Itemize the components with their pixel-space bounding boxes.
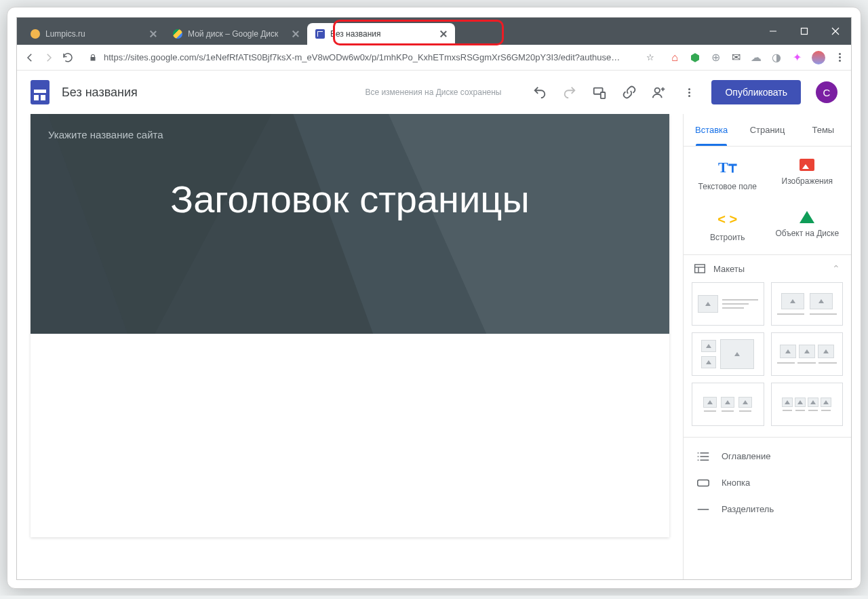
layout-option-6[interactable] [771, 383, 844, 426]
favicon-sites [315, 29, 325, 39]
toc-icon [697, 452, 709, 461]
button-icon [697, 478, 709, 488]
browser-tab-drive[interactable]: Мой диск – Google Диск [165, 23, 307, 45]
sites-logo-icon[interactable] [31, 80, 50, 104]
canvas-area: Укажите название сайта Заголовок страниц… [17, 114, 683, 579]
insert-label: Объект на Диске [775, 229, 839, 238]
tab-insert[interactable]: Вставка [684, 114, 739, 146]
close-icon[interactable] [440, 31, 447, 37]
tab-pages[interactable]: Страниц [739, 114, 795, 146]
tab-themes[interactable]: Темы [795, 114, 851, 146]
layouts-icon [694, 264, 705, 273]
layouts-label: Макеты [713, 264, 745, 274]
address-bar[interactable]: https://sites.google.com/s/1eNefRfATtS0B… [81, 48, 663, 67]
insert-label: Текстовое поле [698, 182, 757, 191]
divider-icon [697, 505, 709, 514]
extension-icon[interactable] [690, 52, 701, 63]
layout-option-2[interactable] [771, 282, 844, 326]
drive-icon [800, 211, 814, 223]
insert-drive[interactable]: Объект на Диске [768, 211, 848, 242]
link-button[interactable] [622, 85, 637, 100]
nav-reload-button[interactable] [62, 52, 74, 64]
preview-button[interactable] [592, 85, 607, 100]
window-close-button[interactable] [820, 18, 851, 45]
close-icon[interactable] [150, 31, 157, 37]
insert-label: Встроить [710, 233, 745, 242]
layout-option-4[interactable] [771, 332, 844, 376]
window-minimize-button[interactable] [757, 18, 789, 45]
site-canvas[interactable]: Укажите название сайта Заголовок страниц… [31, 114, 669, 537]
site-title-input[interactable]: Без названия [62, 85, 138, 100]
browser-tabstrip: Lumpics.ru Мой диск – Google Диск Без на… [17, 18, 851, 45]
extension-icon[interactable]: ✦ [791, 52, 802, 63]
extension-icon[interactable]: ✉ [730, 52, 741, 63]
textbox-icon: Tᴛ [718, 159, 737, 176]
star-icon[interactable]: ☆ [646, 52, 654, 62]
sidebar: Вставка Страниц Темы Tᴛ Текстовое поле И… [683, 114, 851, 579]
layout-option-3[interactable] [692, 332, 764, 376]
browser-toolbar: https://sites.google.com/s/1eNefRfATtS0B… [17, 45, 851, 71]
insert-images[interactable]: Изображения [768, 159, 848, 192]
insert-label: Изображения [782, 176, 833, 186]
insert-textbox[interactable]: Tᴛ Текстовое поле [688, 159, 768, 192]
browser-profile-avatar[interactable] [812, 51, 825, 64]
nav-back-button[interactable] [24, 52, 36, 64]
page-title-text[interactable]: Заголовок страницы [31, 176, 669, 223]
page-header-section[interactable]: Укажите название сайта Заголовок страниц… [31, 114, 669, 334]
insert-button[interactable]: Кнопка [684, 469, 851, 496]
tab-label: Lumpics.ru [45, 29, 85, 39]
browser-tab-sites[interactable]: Без названия [307, 23, 455, 45]
layout-option-1[interactable] [692, 282, 764, 326]
app-header: Без названия Все изменения на Диске сохр… [17, 71, 851, 114]
svg-point-6 [655, 88, 660, 93]
publish-button[interactable]: Опубликовать [711, 80, 801, 104]
more-label: Оглавление [722, 451, 770, 461]
embed-icon: < > [717, 211, 737, 227]
extension-icon[interactable]: ⌂ [669, 52, 680, 63]
svg-rect-5 [601, 92, 605, 98]
browser-menu-button[interactable] [835, 53, 844, 62]
tab-label: Мой диск – Google Диск [188, 29, 278, 39]
svg-rect-16 [698, 480, 709, 486]
insert-divider[interactable]: Разделитель [684, 496, 851, 522]
layouts-header[interactable]: Макеты ⌃ [684, 255, 851, 282]
nav-forward-button[interactable] [43, 52, 55, 64]
collapse-icon[interactable]: ⌃ [832, 263, 840, 274]
insert-embed[interactable]: < > Встроить [688, 211, 768, 242]
insert-toc[interactable]: Оглавление [684, 443, 851, 469]
svg-rect-7 [695, 265, 705, 273]
user-avatar[interactable]: С [816, 81, 837, 103]
lock-icon [89, 54, 97, 62]
image-icon [800, 159, 814, 171]
window-maximize-button[interactable] [789, 18, 820, 45]
browser-tab-lumpics[interactable]: Lumpics.ru [22, 23, 165, 45]
close-icon[interactable] [292, 31, 299, 37]
svg-rect-1 [802, 28, 808, 35]
page-body[interactable] [31, 334, 669, 537]
layout-option-5[interactable] [692, 383, 764, 426]
more-button[interactable] [682, 85, 696, 100]
favicon-drive [173, 29, 182, 39]
more-label: Кнопка [722, 478, 750, 488]
redo-button[interactable] [562, 85, 577, 100]
site-name-placeholder[interactable]: Укажите название сайта [31, 114, 669, 155]
extension-icon[interactable]: ◑ [771, 52, 782, 63]
save-status: Все изменения на Диске сохранены [365, 88, 501, 97]
more-label: Разделитель [722, 504, 774, 514]
extension-icon[interactable]: ☁ [751, 52, 762, 63]
url-text: https://sites.google.com/s/1eNefRfATtS0B… [104, 52, 620, 62]
share-button[interactable] [652, 85, 667, 100]
undo-button[interactable] [532, 85, 547, 100]
favicon-lumpics [31, 29, 40, 39]
extension-icon[interactable]: ⊕ [710, 52, 721, 63]
tab-label: Без названия [330, 29, 381, 39]
